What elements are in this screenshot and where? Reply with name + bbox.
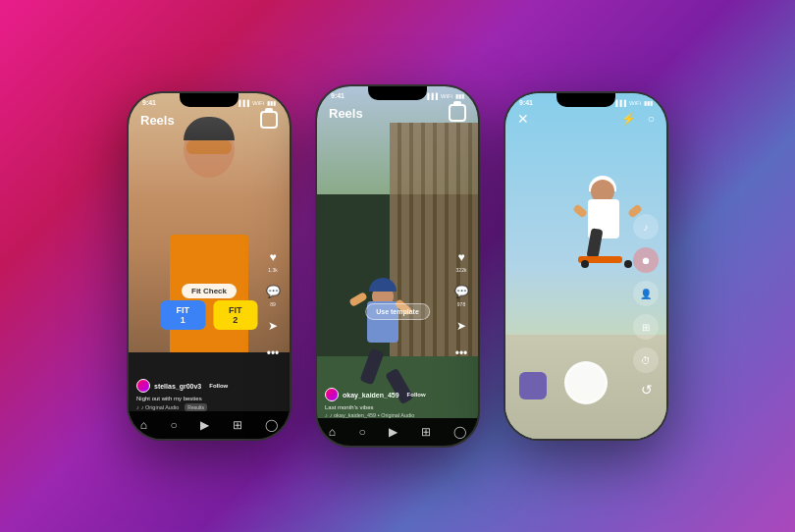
dancer-figure: [357, 276, 406, 374]
status-bar-phone2: 9:41 ▐▐▐ WiFi ▮▮▮: [317, 92, 478, 99]
share-action-2[interactable]: ➤: [452, 317, 470, 335]
status-icons-phone3: ▐▐▐ WiFi ▮▮▮: [613, 99, 653, 106]
like-action[interactable]: ♥ 1.3k: [264, 248, 282, 273]
share-icon: ➤: [264, 317, 282, 335]
signal-icon-2: ▐▐▐: [425, 93, 438, 99]
record-tool[interactable]: ⏺: [633, 247, 659, 273]
camera-icon-phone1[interactable]: [260, 111, 278, 129]
status-icons-phone2: ▐▐▐ WiFi ▮▮▮: [425, 92, 464, 99]
shop-nav-icon-2[interactable]: ⊞: [421, 425, 431, 439]
search-nav-icon-2[interactable]: ○: [359, 425, 366, 439]
skater-arm-left: [572, 203, 588, 218]
status-bar-phone3: 9:41 ▐▐▐ WiFi ▮▮▮: [505, 99, 666, 106]
comment-icon-2: 💬: [452, 283, 470, 300]
dancer-arm-left: [348, 292, 368, 307]
phone-1-content: 9:41 ▐▐▐ WiFi ▮▮▮ Reels Fit Check FIT 1 …: [129, 93, 290, 439]
battery-icon-3: ▮▮▮: [644, 99, 653, 106]
bottom-nav-phone2: ⌂ ○ ▶ ⊞ ◯: [317, 418, 478, 446]
fit-check-label: Fit Check: [182, 284, 237, 298]
profile-nav-icon-2[interactable]: ◯: [453, 425, 466, 439]
phone-2-content: 9:41 ▐▐▐ WiFi ▮▮▮ Reels Use template ♥ 3…: [317, 86, 478, 446]
home-nav-icon-2[interactable]: ⌂: [329, 425, 336, 439]
wifi-icon-2: WiFi: [441, 93, 452, 99]
music-note-icon: ♪: [136, 404, 139, 410]
circle-icon[interactable]: ○: [648, 112, 655, 126]
comment-count: 89: [270, 301, 276, 307]
wifi-icon-3: WiFi: [629, 100, 641, 106]
status-time-phone2: 9:41: [331, 92, 344, 99]
phone-1: 9:41 ▐▐▐ WiFi ▮▮▮ Reels Fit Check FIT 1 …: [127, 91, 292, 441]
bluetooth-icon[interactable]: ⚡: [621, 112, 636, 126]
reels-nav-icon-2[interactable]: ▶: [389, 425, 398, 439]
like-count: 1.3k: [268, 267, 277, 273]
phones-container: 9:41 ▐▐▐ WiFi ▮▮▮ Reels Fit Check FIT 1 …: [127, 84, 668, 448]
people-tool[interactable]: 👤: [633, 281, 659, 306]
caption-phone2: Last month's vibes: [325, 404, 449, 410]
flip-camera-icon[interactable]: ↺: [641, 382, 653, 398]
header-icons-right-phone3: ⚡ ○: [621, 112, 655, 126]
reels-header-phone1: Reels: [140, 111, 278, 129]
close-icon[interactable]: ✕: [517, 111, 529, 127]
reels-nav-icon[interactable]: ▶: [200, 418, 209, 432]
follow-button-phone1[interactable]: Follow: [209, 383, 228, 389]
search-nav-icon[interactable]: ○: [171, 418, 178, 432]
like-action-2[interactable]: ♥ 322k: [452, 248, 470, 273]
follow-button-phone2[interactable]: Follow: [407, 392, 426, 398]
reels-title-phone2: Reels: [329, 106, 363, 121]
avatar-phone1: [136, 379, 150, 393]
signal-icon: ▐▐▐: [237, 100, 249, 106]
wheel-left: [581, 260, 589, 268]
grid-tool[interactable]: ⊞: [633, 314, 659, 340]
phone-3-content: 9:41 ▐▐▐ WiFi ▮▮▮ ✕ ⚡ ○ ♪ ⏺ 👤: [505, 93, 666, 439]
dancer-hat: [369, 278, 397, 292]
heart-icon-2: ♥: [452, 248, 470, 266]
phone-3-header: ✕ ⚡ ○: [517, 111, 655, 127]
skater-figure: [573, 180, 642, 278]
timer-tool[interactable]: ⏱: [633, 347, 659, 373]
status-bar-phone1: 9:41 ▐▐▐ WiFi ▮▮▮: [129, 99, 290, 106]
share-action[interactable]: ➤: [264, 317, 282, 335]
shop-nav-icon[interactable]: ⊞: [233, 418, 242, 432]
phone-2: 9:41 ▐▐▐ WiFi ▮▮▮ Reels Use template ♥ 3…: [315, 84, 480, 448]
avatar-phone2: [325, 388, 339, 401]
comment-action-2[interactable]: 💬 978: [452, 283, 470, 307]
battery-icon-2: ▮▮▮: [455, 92, 464, 99]
status-time-phone3: 9:41: [519, 99, 533, 106]
more-action[interactable]: •••: [264, 345, 282, 362]
reels-header-phone2: Reels: [329, 104, 466, 122]
gallery-thumbnail[interactable]: [519, 372, 547, 399]
phone-3: 9:41 ▐▐▐ WiFi ▮▮▮ ✕ ⚡ ○ ♪ ⏺ 👤: [504, 91, 668, 441]
home-nav-icon[interactable]: ⌂: [140, 418, 147, 432]
bottom-info-phone2: okay_kaiden_459 Follow Last month's vibe…: [325, 388, 449, 418]
comment-action[interactable]: 💬 89: [264, 283, 282, 307]
right-tools-phone3: ♪ ⏺ 👤 ⊞ ⏱: [633, 214, 659, 373]
reels-title-phone1: Reels: [140, 113, 175, 128]
more-icon-2: •••: [452, 345, 470, 362]
shutter-button[interactable]: [564, 361, 608, 404]
audio-row-phone1: ♪ ♪ Original Audio Results: [136, 403, 260, 411]
status-time-phone1: 9:41: [142, 99, 156, 106]
fit-1-button[interactable]: FIT 1: [161, 300, 206, 330]
status-icons-phone1: ▐▐▐ WiFi ▮▮▮: [237, 99, 276, 106]
username-phone2[interactable]: okay_kaiden_459: [343, 392, 399, 399]
caption-phone1: Night out with my besties: [136, 396, 260, 401]
wifi-icon: WiFi: [252, 100, 264, 106]
results-label[interactable]: Results: [185, 403, 207, 411]
comment-icon: 💬: [264, 283, 282, 300]
user-row-phone1: stellas_gr00v3 Follow: [136, 379, 260, 393]
profile-nav-icon[interactable]: ◯: [265, 418, 278, 432]
audio-label-phone1: ♪ Original Audio: [141, 404, 180, 410]
music-tool[interactable]: ♪: [633, 214, 659, 239]
right-actions-phone1: ♥ 1.3k 💬 89 ➤ •••: [264, 248, 282, 362]
fit-2-button[interactable]: FIT 2: [213, 300, 258, 330]
more-action-2[interactable]: •••: [452, 345, 470, 362]
battery-icon: ▮▮▮: [267, 99, 276, 106]
fit-buttons: FIT 1 FIT 2: [161, 300, 258, 330]
more-icon: •••: [264, 345, 282, 362]
username-phone1[interactable]: stellas_gr00v3: [154, 383, 201, 390]
like-count-2: 322k: [456, 267, 467, 273]
use-template-button[interactable]: Use template: [365, 303, 430, 320]
signal-icon-3: ▐▐▐: [613, 100, 626, 106]
camera-icon-phone2[interactable]: [449, 104, 466, 122]
comment-count-2: 978: [457, 301, 465, 307]
